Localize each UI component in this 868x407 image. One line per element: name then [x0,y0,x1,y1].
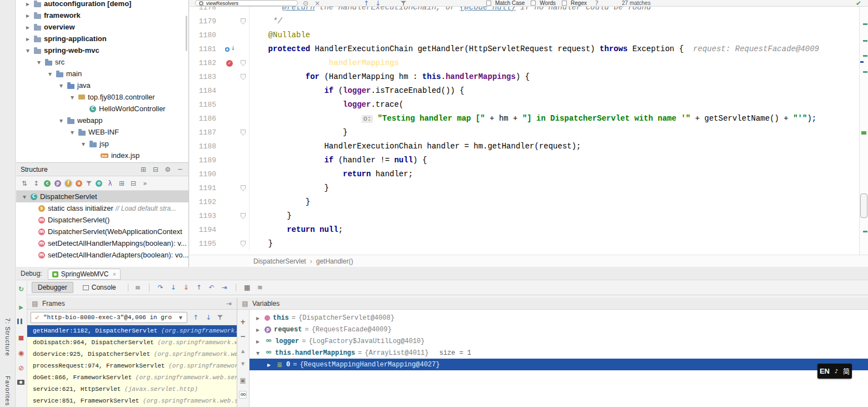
step-into-icon[interactable]: ↓ [169,284,177,291]
gutter[interactable] [222,237,237,251]
inspection-ok-icon[interactable]: ✔ [855,0,862,7]
scrollbar-thumb[interactable] [860,193,867,218]
chevron-down-icon[interactable]: ▾ [46,70,54,78]
breadcrumb-item-class[interactable]: DispatcherServlet [253,257,306,265]
chevron-down-icon[interactable]: ▾ [21,193,28,201]
gutter[interactable] [222,98,237,112]
fold-marker-icon[interactable] [241,213,246,219]
words-checkbox[interactable] [531,1,536,6]
code-text[interactable]: if (this.handlerMappings != null) { [250,56,859,70]
fold-marker-icon[interactable] [241,18,246,24]
project-tree-item-src[interactable]: ▾src [16,56,188,68]
stop-icon[interactable]: ■ [17,334,25,341]
filter-icon[interactable] [401,1,406,6]
sort-alpha-icon[interactable]: ⇅ [21,180,28,187]
search-match-mark[interactable] [863,55,867,57]
sort-visibility-icon[interactable]: ↕ [32,180,40,187]
structure-item-dispatcherservlet-webapplicationcontext[interactable]: mDispatcherServlet(WebApplicationContext [16,226,188,237]
project-tree-item-helloworldcontroller[interactable]: CHelloWorldController [16,103,188,115]
properties-filter-icon[interactable]: p [54,180,61,187]
gear-icon[interactable]: ⚙ [164,166,172,173]
gutter[interactable] [222,28,237,42]
project-tree-item-framework[interactable]: ▸framework [16,9,188,21]
breadcrumb-item-method[interactable]: getHandler() [316,257,353,265]
thread-dump-icon[interactable] [17,380,24,385]
gutter[interactable] [222,223,237,237]
resume-icon[interactable]: ▶ [17,304,25,311]
gutter[interactable] [222,167,237,181]
filter-icon[interactable] [86,181,92,186]
project-tree-item-java[interactable]: ▾java [16,80,188,91]
project-tree-item-autoconfiguration-demo[interactable]: ▸autoconfiguration [demo] [16,0,188,9]
arrow-up-icon[interactable]: ↑ [362,0,370,7]
structure-item-setdetectallhandleradapters-boolean-vo[interactable]: msetDetectAllHandlerAdapters(boolean): v… [16,249,188,261]
project-tree-item-main[interactable]: ▾main [16,68,188,80]
duplicate-icon[interactable]: ▣ [239,376,247,384]
stack-frame-doget[interactable]: doGet:866, FrameworkServlet (org.springf… [27,372,237,384]
pin-icon[interactable]: ⊙ [302,0,310,7]
thread-selector[interactable]: ✓ "http-bio-8080-exec-3"@4,006 in group.… [31,312,187,323]
search-match-mark[interactable] [863,71,867,73]
chevron-right-icon[interactable]: ▸ [24,0,32,8]
stack-frame-service[interactable]: service:851, FrameworkServlet (org.sprin… [27,395,237,407]
variable-row-request[interactable]: ▸prequest = {RequestFacade@4009} [250,324,868,335]
gutter[interactable] [222,84,237,98]
code-text[interactable]: if (handler != null) { [250,153,859,167]
structure-item-static-class-initializer[interactable]: sstatic class initializer// Load default… [16,202,188,214]
step-out-icon[interactable]: ↑ [195,284,203,291]
gutter[interactable] [222,181,237,195]
code-text[interactable]: if (logger.isTraceEnabled()) { [250,84,859,98]
chevron-down-icon[interactable]: ▾ [57,117,65,125]
rerun-icon[interactable]: ↻ [17,285,25,293]
variable-row-0[interactable]: ▸≣0 = {RequestMappingHandlerMapping@4027… [250,359,868,370]
project-scrollbar[interactable] [186,16,187,51]
chevron-right-icon[interactable]: ▸ [24,12,32,19]
match-case-checkbox[interactable] [486,1,491,6]
anonymous-filter-icon[interactable]: a [76,180,82,187]
collapse-all-icon[interactable]: ⊟ [152,166,159,173]
chevron-right-icon[interactable]: ▸ [254,314,262,322]
pause-icon[interactable] [17,319,22,324]
regex-checkbox[interactable] [562,1,567,6]
chevron-down-icon[interactable]: ▾ [68,93,76,101]
evaluate-icon[interactable]: ▦ [243,284,251,291]
code-text[interactable]: for (HandlerMapping hm : this.handlerMap… [250,70,859,84]
code-area[interactable]: 1178* @return the HandlerExecutionChain,… [189,7,859,255]
tool-window-button-structure[interactable]: 7: Structure [0,318,16,371]
code-text[interactable]: protected HandlerExecutionChain getHandl… [250,42,859,56]
breakpoint-icon[interactable]: ✓ [226,60,233,67]
classes-filter-icon[interactable]: c [44,180,51,187]
hide-icon[interactable]: ─ [176,166,184,173]
chevron-right-icon[interactable]: ▸ [265,361,273,369]
stack-frame-gethandler[interactable]: getHandler:1182, DispatcherServlet (org.… [27,325,237,337]
search-input[interactable]: viewResolvers [195,0,298,6]
fold-marker-icon[interactable] [241,74,246,80]
drop-frame-icon[interactable]: ↶ [208,284,216,291]
move-down-icon[interactable]: ▼ [239,360,247,368]
remove-icon[interactable]: − [239,332,247,340]
chevron-down-icon[interactable]: ▾ [254,349,262,357]
code-text[interactable]: @Nullable [250,28,859,42]
close-icon[interactable]: × [113,271,116,277]
input-method-badge[interactable]: EN ♪ 简 [817,364,852,379]
gutter[interactable] [222,42,237,56]
project-tree-item-top-fjy8018-controller[interactable]: ▾top.fjy8018.controller [16,91,188,103]
close-icon[interactable]: × [313,0,321,7]
chevron-down-icon[interactable]: ▾ [68,128,76,136]
chevron-down-icon[interactable]: ▾ [24,47,32,54]
stack-frame-doservice[interactable]: doService:925, DispatcherServlet (org.sp… [27,349,237,360]
expand-all-icon[interactable]: ⊞ [118,180,126,187]
tool-window-button-favorites[interactable]: Favorites [0,376,16,407]
project-tree-item-spring-web-mvc[interactable]: ▾spring-web-mvc [16,44,188,56]
chevron-right-icon[interactable]: ▸ [254,337,262,345]
code-text[interactable]: return handler; [250,167,859,181]
gutter[interactable] [222,140,237,153]
gutter[interactable] [222,70,237,84]
project-tree-item-jsp[interactable]: ▾jsp [16,138,188,150]
gutter[interactable] [222,126,237,140]
code-text[interactable]: } [250,195,859,209]
filter-icon[interactable] [217,315,223,320]
mute-breakpoints-icon[interactable]: ⊘ [17,364,25,372]
gutter[interactable] [222,14,237,28]
code-text[interactable]: } [250,237,859,251]
